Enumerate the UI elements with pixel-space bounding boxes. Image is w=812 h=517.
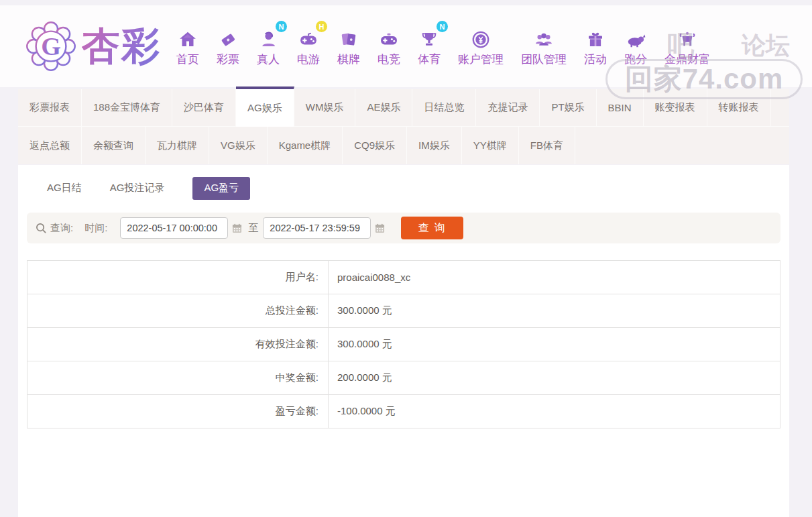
gamepad-icon: H: [298, 25, 318, 50]
query-label: 查询:: [50, 222, 73, 235]
tab-row-primary: 彩票报表188金宝博体育沙巴体育AG娱乐WM娱乐AE娱乐日结总览充提记录PT娱乐…: [18, 89, 789, 127]
tab-account-change-report[interactable]: 账变报表: [644, 89, 707, 126]
report-row-label: 有效投注金额:: [27, 328, 329, 361]
nav-item-live-casino[interactable]: N真人: [248, 25, 288, 67]
report-table: 用户名:proaicai0088_xc总投注金额:300.0000 元有效投注金…: [27, 260, 780, 428]
gift-icon: [585, 25, 605, 50]
query-bar: 查询: 时间: 至 查 询: [27, 213, 780, 243]
account-icon: [471, 25, 491, 50]
calendar-icon-start[interactable]: [232, 223, 242, 233]
throne-icon: [677, 25, 697, 50]
subtab-ag-profit-loss[interactable]: AG盈亏: [192, 177, 250, 200]
end-datetime-input[interactable]: [263, 217, 371, 239]
tab-kgame-chess[interactable]: Kgame棋牌: [268, 127, 343, 164]
brand-name: 杏彩: [82, 21, 161, 72]
report-tabs: 彩票报表188金宝博体育沙巴体育AG娱乐WM娱乐AE娱乐日结总览充提记录PT娱乐…: [18, 89, 789, 164]
nav-item-label: 棋牌: [337, 52, 360, 67]
ticket-icon: [218, 25, 238, 50]
nav-item-activity[interactable]: 活动: [575, 25, 616, 67]
nav-item-label: 体育: [418, 52, 441, 67]
to-label: 至: [248, 222, 258, 235]
nav-item-label: 彩票: [217, 52, 239, 67]
subtab-ag-daily[interactable]: AG日结: [47, 177, 82, 200]
brand-logo[interactable]: G 杏彩: [24, 19, 161, 73]
tab-ag-entertainment[interactable]: AG娱乐: [236, 87, 294, 127]
cards-icon: [339, 25, 359, 50]
tab-balance-query[interactable]: 余额查询: [82, 127, 146, 164]
content-panel: AG日结AG投注记录AG盈亏 查询: 时间: 至 查 询 用户名:proaica…: [18, 165, 789, 517]
report-row-label: 用户名:: [27, 261, 329, 294]
tab-188-jinbaobo-sports[interactable]: 188金宝博体育: [82, 89, 172, 126]
nav-badge-electronic-games: H: [316, 21, 327, 32]
nav-item-sports[interactable]: N体育: [409, 25, 449, 67]
calendar-icon-end[interactable]: [375, 223, 385, 233]
nav-item-label: 首页: [176, 52, 199, 67]
nav-item-label: 跑分: [624, 52, 647, 67]
nav-item-home[interactable]: 首页: [168, 25, 208, 67]
report-row-win-amount: 中奖金额:200.0000 元: [27, 361, 780, 395]
tab-wali-chess[interactable]: 瓦力棋牌: [146, 127, 209, 164]
nav-item-label: 团队管理: [521, 52, 567, 67]
report-row-label: 盈亏金额:: [27, 395, 329, 428]
tab-daily-summary[interactable]: 日结总览: [412, 89, 476, 126]
report-row-value: 300.0000 元: [329, 294, 780, 328]
report-row-value: -100.0000 元: [329, 395, 780, 428]
rhino-icon: [626, 25, 646, 50]
tab-rebate-total[interactable]: 返点总额: [18, 127, 82, 164]
team-icon: [534, 25, 554, 50]
tab-fb-sports[interactable]: FB体育: [519, 127, 575, 164]
nav-item-paofen[interactable]: 跑分: [616, 25, 656, 67]
report-row-value: proaicai0088_xc: [329, 261, 780, 294]
report-row-label: 总投注金额:: [27, 294, 329, 328]
nav-item-esports[interactable]: 电竞: [369, 25, 409, 67]
tab-wm-entertainment[interactable]: WM娱乐: [294, 89, 356, 126]
nav-item-lottery[interactable]: 彩票: [208, 25, 248, 67]
tab-pt-entertainment[interactable]: PT娱乐: [540, 89, 596, 126]
report-row-label: 中奖金额:: [27, 361, 329, 395]
tab-cq9-entertainment[interactable]: CQ9娱乐: [343, 127, 407, 164]
tab-transfer-report[interactable]: 转账报表: [707, 89, 771, 126]
nav-item-account-management[interactable]: 账户管理: [449, 25, 512, 67]
tab-shaba-sports[interactable]: 沙巴体育: [172, 89, 236, 126]
tab-vg-entertainment[interactable]: VG娱乐: [209, 127, 268, 164]
start-datetime-input[interactable]: [120, 217, 228, 239]
nav-item-label: 电竞: [378, 52, 400, 67]
nav-item-label: 真人: [257, 52, 280, 67]
nav-item-label: 电游: [297, 52, 320, 67]
tab-yy-chess[interactable]: YY棋牌: [462, 127, 519, 164]
tab-deposit-withdraw-log[interactable]: 充提记录: [476, 89, 540, 126]
trophy-icon: N: [419, 25, 439, 50]
report-row-total-bet-amount: 总投注金额:300.0000 元: [27, 294, 780, 328]
tab-bbin[interactable]: BBIN: [597, 89, 644, 126]
nav-item-label: 金鼎财富: [664, 52, 710, 67]
tab-ae-entertainment[interactable]: AE娱乐: [355, 89, 412, 126]
report-row-profit-loss-amount: 盈亏金额:-100.0000 元: [27, 395, 780, 428]
subtab-ag-bet-records[interactable]: AG投注记录: [110, 177, 165, 200]
query-button[interactable]: 查 询: [401, 217, 463, 239]
home-icon: [178, 25, 198, 50]
nav-item-chess-cards[interactable]: 棋牌: [329, 25, 369, 67]
nav-badge-sports: N: [437, 21, 448, 32]
search-icon: [36, 223, 47, 234]
tab-lottery-report[interactable]: 彩票报表: [18, 89, 82, 126]
header: G 杏彩 首页彩票N真人H电游棋牌电竞N体育账户管理团队管理活动跑分金鼎财富: [0, 5, 812, 87]
ag-subtabs: AG日结AG投注记录AG盈亏: [18, 165, 789, 200]
nav-badge-live-casino: N: [276, 21, 287, 32]
report-row-value: 200.0000 元: [329, 361, 780, 395]
nav-item-label: 账户管理: [458, 52, 504, 67]
nav-item-electronic-games[interactable]: H电游: [288, 25, 329, 67]
tab-row-secondary: 返点总额余额查询瓦力棋牌VG娱乐Kgame棋牌CQ9娱乐IM娱乐YY棋牌FB体育: [18, 127, 789, 164]
nav-item-label: 活动: [584, 52, 607, 67]
time-label: 时间:: [84, 222, 107, 235]
tab-im-entertainment[interactable]: IM娱乐: [407, 127, 462, 164]
report-row-valid-bet-amount: 有效投注金额:300.0000 元: [27, 328, 780, 361]
esports-icon: [379, 25, 399, 50]
report-row-username: 用户名:proaicai0088_xc: [27, 261, 780, 294]
brand-emblem-icon: G: [24, 19, 78, 73]
report-row-value: 300.0000 元: [329, 328, 780, 361]
svg-text:G: G: [41, 32, 61, 60]
person-icon: N: [258, 25, 278, 50]
nav-item-jinding-wealth[interactable]: 金鼎财富: [656, 25, 719, 67]
main-nav: 首页彩票N真人H电游棋牌电竞N体育账户管理团队管理活动跑分金鼎财富: [168, 25, 719, 67]
nav-item-team-management[interactable]: 团队管理: [512, 25, 575, 67]
